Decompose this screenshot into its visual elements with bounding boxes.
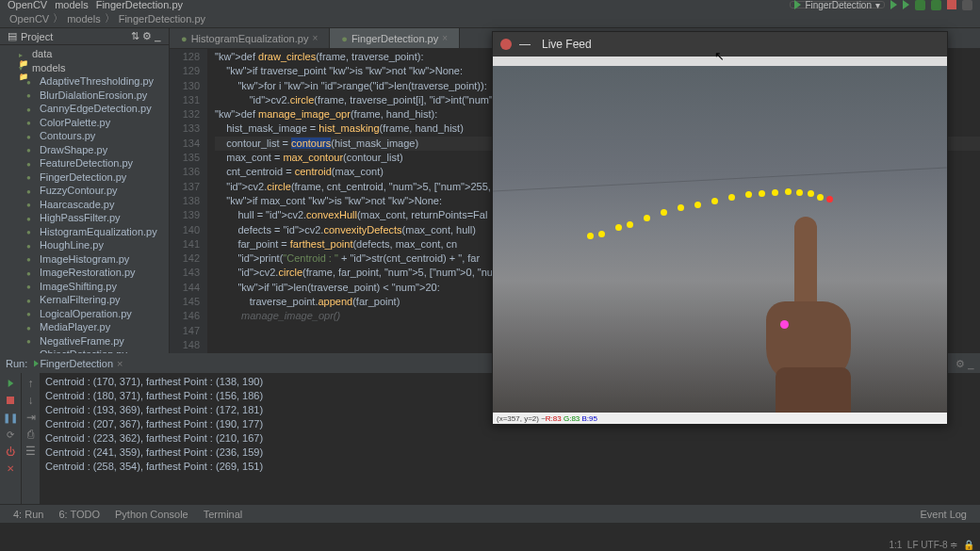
breadcrumb-dir[interactable]: models [67,13,100,24]
sb-terminal[interactable]: Terminal [196,509,251,520]
sb-pyconsole[interactable]: Python Console [107,509,196,520]
tree-item-cannyedgedetection-py[interactable]: ●CannyEdgeDetection.py [0,102,169,116]
print-icon[interactable]: ⎙ [27,428,34,441]
tree-item-kernalfiltering-py[interactable]: ●KernalFiltering.py [0,293,169,307]
run-primary-toolbar: ❚❚ ⟳ ⏻ ✕ [0,373,21,504]
tree-item-fuzzycontour-py[interactable]: ●FuzzyContour.py [0,184,169,198]
file-crumb[interactable]: FingerDetection.py [96,0,183,10]
tree-item-mediaplayer-py[interactable]: ●MediaPlayer.py [0,320,169,334]
tree-item-fingerdetection-py[interactable]: ●FingerDetection.py [0,170,169,185]
run-secondary-toolbar: ↑ ↓ ⇥ ⎙ ☰ [21,373,40,504]
tree-item-highpassfilter-py[interactable]: ●HighPassFilter.py [0,211,169,225]
debug-button-icon[interactable] [903,0,909,9]
run-config-selector[interactable]: FingerDetection ▾ [790,1,885,8]
window-close-icon[interactable] [500,39,512,50]
tree-item-colorpalette-py[interactable]: ●ColorPalette.py [0,116,169,130]
tree-item-data[interactable]: ▸📁data [0,47,169,61]
sb-todo[interactable]: 6: TODO [51,509,107,520]
breadcrumb-file[interactable]: FingerDetection.py [119,13,205,24]
tree-item-drawshape-py[interactable]: ●DrawShape.py [0,143,169,157]
tree-item-houghline-py[interactable]: ●HoughLine.py [0,238,169,252]
tree-item-imagerestoration-py[interactable]: ●ImageRestoration.py [0,266,169,280]
window-title-text: Live Feed [542,38,592,51]
hand-shape [738,217,870,424]
tree-item-blurdialationerosion-py[interactable]: ●BlurDialationErosion.py [0,89,169,103]
tree-item-featuredetection-py[interactable]: ●FeatureDetection.py [0,156,169,170]
centroid-dot [780,320,789,329]
stop-button-icon[interactable] [947,0,956,9]
run-button-icon[interactable] [890,0,897,9]
tree-item-logicaloperation-py[interactable]: ●LogicalOperation.py [0,307,169,321]
exit-icon[interactable]: ⏻ [4,445,17,458]
breadcrumb: OpenCV〉 models〉 FingerDetection.py [0,9,980,28]
top-toolbar: OpenCV models FingerDetection.py FingerD… [0,0,980,9]
close-icon[interactable]: ✕ [4,462,17,475]
tree-item-objectdetection-py[interactable]: ●ObjectDetection.py [0,348,169,353]
restart-icon[interactable]: ⟳ [4,428,17,441]
project-crumb[interactable]: models [55,0,88,10]
pause-icon[interactable]: ❚❚ [4,411,17,424]
camera-feed: (x=357, y=2) ~ R:83 G:83 B:95 [493,66,947,424]
breadcrumb-project[interactable]: OpenCV [9,13,49,24]
tree-item-imagehistogram-py[interactable]: ●ImageHistogram.py [0,252,169,267]
tab-histogramequalization-py[interactable]: ●HistogramEqualization.py× [170,28,330,48]
project-tree[interactable]: ▸📁data▾📁models●AdaptiveThresholding.py●B… [0,45,169,353]
run-tab-name[interactable]: FingerDetection [40,358,113,369]
farthest-point-dot [826,196,833,203]
toolbar-extra-icon[interactable] [962,0,972,10]
run-tab-close-icon[interactable]: × [117,358,122,369]
tree-item-haarcascade-py[interactable]: ●Haarcascade.py [0,198,169,212]
live-feed-window[interactable]: — Live Feed (x=357, y=2) ~ R:83 G:83 B [492,31,948,425]
coverage-icon[interactable] [915,0,925,10]
tab-fingerdetection-py[interactable]: ●FingerDetection.py× [330,28,460,48]
tree-item-histogramequalization-py[interactable]: ●HistogramEqualization.py [0,225,169,239]
run-settings-icon[interactable]: ⚙ ⎯ [956,358,974,370]
rerun-icon[interactable] [4,377,17,390]
window-minimize-icon[interactable]: — [519,38,531,51]
run-config-icon [794,0,801,9]
project-sidebar: ▤Project⇅ ⚙ ⎯ ▸📁data▾📁models●AdaptiveThr… [0,28,170,353]
profile-icon[interactable] [931,0,941,10]
sb-eventlog[interactable]: Event Log [912,509,974,520]
window-titlebar[interactable]: — Live Feed [493,32,947,57]
up-icon[interactable]: ↑ [28,377,34,390]
line-gutter: 1281291301311321331341351361371381391401… [170,49,207,353]
wrap-icon[interactable]: ⇥ [26,411,36,424]
status-bar: 4: Run 6: TODO Python Console Terminal E… [0,504,980,523]
app-name: OpenCV [8,0,47,10]
tree-item-negativeframe-py[interactable]: ●NegativeFrame.py [0,334,169,348]
down-icon[interactable]: ↓ [28,394,34,407]
run-title: Run: [6,358,27,369]
window-toolbar [493,57,947,66]
sb-run[interactable]: 4: Run [6,509,51,520]
filter-icon[interactable]: ☰ [25,445,36,458]
tree-item-contours-py[interactable]: ●Contours.py [0,129,169,143]
camera-status-bar: (x=357, y=2) ~ R:83 G:83 B:95 [493,413,947,424]
run-tab-icon [34,361,39,367]
tree-item-imageshifting-py[interactable]: ●ImageShifting.py [0,280,169,294]
status-right: 1:1 LF UTF-8 ≑ 🔒 [889,540,974,551]
sidebar-header[interactable]: ▤Project⇅ ⚙ ⎯ [0,28,169,45]
stop-icon[interactable] [4,394,17,407]
